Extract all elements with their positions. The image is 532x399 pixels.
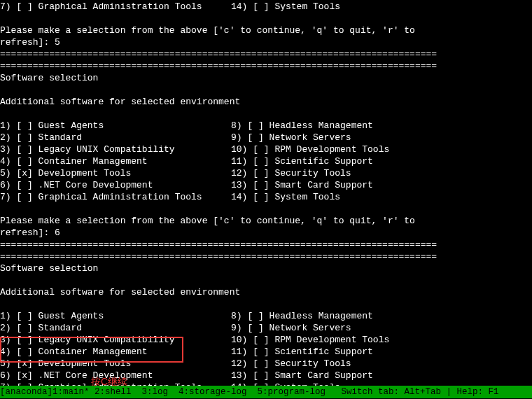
list-item: 11) [ ] Scientific Support	[231, 346, 373, 358]
list-item: 3) [ ] Legacy UNIX Compatibility	[0, 144, 231, 156]
list-item: 14) [ ] System Tools	[231, 192, 340, 204]
list-item: 13) [ ] Smart Card Support	[231, 180, 373, 192]
list-item: 5) [x] Development Tools	[0, 168, 231, 180]
section-title: Software selection	[0, 263, 532, 275]
list-item: 9) [ ] Network Servers	[231, 132, 351, 144]
partial-list-row: 7) [ ] Graphical Administration Tools 14…	[0, 1, 532, 13]
list-row: 2) [ ] Standard9) [ ] Network Servers	[0, 132, 532, 144]
list-item: 7) [ ] Graphical Administration Tools	[0, 1, 231, 13]
list-item: 11) [ ] Scientific Support	[231, 156, 373, 168]
prompt-text: Please make a selection from the above […	[0, 216, 532, 227]
list-row: 1) [ ] Guest Agents8) [ ] Headless Manag…	[0, 311, 532, 323]
list-item: 12) [ ] Security Tools	[231, 168, 351, 180]
list-row: 6) [x] .NET Core Development13) [ ] Smar…	[0, 370, 532, 382]
list-item: 5) [x] Development Tools	[0, 358, 231, 370]
list-item: 6) [ ] .NET Core Development	[0, 180, 231, 192]
list-item: 9) [ ] Network Servers	[231, 323, 351, 335]
list-row: 6) [ ] .NET Core Development13) [ ] Smar…	[0, 180, 532, 192]
list-item: 4) [ ] Container Management	[0, 346, 231, 358]
list-item: 2) [ ] Standard	[0, 323, 231, 335]
status-bar: [anaconda]1:main* 2:shell 3:log 4:storag…	[0, 386, 532, 398]
list-item: 7) [ ] Graphical Administration Tools	[0, 192, 231, 204]
divider: ========================================…	[0, 49, 532, 61]
list-item: 12) [ ] Security Tools	[231, 358, 351, 370]
list-item: 3) [ ] Legacy UNIX Compatibility	[0, 335, 231, 346]
prompt-input-5[interactable]: refresh]: 5	[0, 37, 532, 49]
blank-line	[0, 108, 532, 120]
prompt-input-6[interactable]: refresh]: 6	[0, 227, 532, 239]
section-subtitle: Additional software for selected environ…	[0, 97, 532, 108]
list-item: 14) [ ] System Tools	[231, 1, 340, 13]
prompt-text: Please make a selection from the above […	[0, 25, 532, 37]
list-row: 5) [x] Development Tools12) [ ] Security…	[0, 358, 532, 370]
list-row: 4) [ ] Container Management11) [ ] Scien…	[0, 156, 532, 168]
list-item: 10) [ ] RPM Development Tools	[231, 144, 389, 156]
divider: ========================================…	[0, 239, 532, 251]
blank-line	[0, 299, 532, 311]
list-row: 4) [ ] Container Management11) [ ] Scien…	[0, 346, 532, 358]
list-row: 5) [x] Development Tools12) [ ] Security…	[0, 168, 532, 180]
list-item: 10) [ ] RPM Development Tools	[231, 335, 389, 346]
blank-line	[0, 275, 532, 287]
divider: ========================================…	[0, 61, 532, 73]
blank-line	[0, 204, 532, 216]
list-item: 8) [ ] Headless Management	[231, 311, 373, 323]
divider: ========================================…	[0, 251, 532, 263]
section-title: Software selection	[0, 73, 532, 85]
list-item: 13) [ ] Smart Card Support	[231, 370, 373, 382]
list-item: 1) [ ] Guest Agents	[0, 120, 231, 132]
blank-line	[0, 13, 532, 25]
list-row: 1) [ ] Guest Agents8) [ ] Headless Manag…	[0, 120, 532, 132]
list-row: 7) [ ] Graphical Administration Tools14)…	[0, 192, 532, 204]
list-item: 2) [ ] Standard	[0, 132, 231, 144]
list-item: 4) [ ] Container Management	[0, 156, 231, 168]
list-row: 3) [ ] Legacy UNIX Compatibility10) [ ] …	[0, 144, 532, 156]
list-row: 3) [ ] Legacy UNIX Compatibility10) [ ] …	[0, 335, 532, 346]
blank-line	[0, 85, 532, 97]
list-item: 8) [ ] Headless Management	[231, 120, 373, 132]
section-subtitle: Additional software for selected environ…	[0, 287, 532, 299]
terminal-output: 7) [ ] Graphical Administration Tools 14…	[0, 0, 532, 399]
list-row: 2) [ ] Standard9) [ ] Network Servers	[0, 323, 532, 335]
list-item: 1) [ ] Guest Agents	[0, 311, 231, 323]
